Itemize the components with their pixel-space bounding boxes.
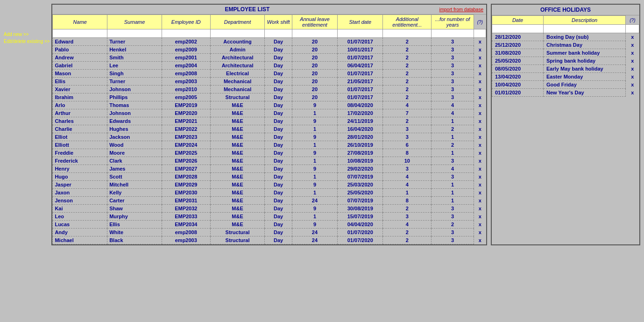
delete-row-button[interactable]: x (477, 86, 483, 92)
delete-holiday-cell: x (626, 57, 639, 65)
delete-row-button[interactable]: x (477, 142, 483, 148)
input-leave[interactable] (294, 31, 335, 36)
holiday-row: 13/04/2020Easter Mondayx (492, 73, 639, 81)
delete-row-button[interactable]: x (477, 166, 483, 172)
delete-row-button[interactable]: x (477, 229, 483, 235)
holiday-input-row (492, 25, 639, 33)
input-name[interactable] (55, 31, 105, 36)
delete-row-button[interactable]: x (477, 237, 483, 243)
delete-row-button[interactable]: x (477, 110, 483, 116)
table-row: XavierJohnsonemp2010MechanicalDay2001/07… (53, 86, 486, 93)
table-row: EllisTurneremp2003MechanicalDay2021/05/2… (53, 78, 486, 86)
delete-row-button[interactable]: x (477, 102, 483, 108)
side-controls: Add new >> Edit/delete existing >> (4, 4, 50, 245)
delete-row-button[interactable]: x (477, 206, 483, 211)
delete-row-button[interactable]: x (477, 94, 483, 100)
delete-row-cell: x (474, 70, 486, 78)
delete-row-button[interactable]: x (477, 63, 483, 68)
office-holidays-container: OFFICE HOLIDAYS Date Description (?) (491, 4, 640, 245)
delete-row-cell: x (474, 197, 486, 205)
delete-holiday-button[interactable]: x (629, 50, 636, 56)
edit-delete-button[interactable]: Edit/delete existing >> (4, 39, 50, 44)
input-additional[interactable] (385, 31, 429, 36)
holiday-row: 31/08/2020Summer bank holidayx (492, 49, 639, 57)
holiday-row: 25/12/2020Christmas Dayx (492, 41, 639, 49)
left-section: Add new >> Edit/delete existing >> EMPLO… (4, 4, 487, 245)
delete-row-cell: x (474, 133, 486, 141)
delete-row-button[interactable]: x (477, 158, 483, 164)
input-holiday-desc[interactable] (546, 26, 623, 32)
col-header-date: Date (492, 16, 544, 25)
input-startdate[interactable] (340, 31, 381, 36)
delete-row-cell: x (474, 221, 486, 229)
table-row: PabloHenkelemp2009AdminDay2010/01/201723… (53, 46, 486, 54)
delete-row-cell: x (474, 236, 486, 244)
col-header-dept: Department (210, 15, 265, 29)
delete-row-cell: x (474, 86, 486, 93)
delete-holiday-cell: x (626, 41, 639, 49)
table-row: GabrielLeeemp2004ArchitecturalDay2006/04… (53, 62, 486, 70)
delete-row-cell: x (474, 109, 486, 117)
col-header-name: Name (53, 15, 107, 29)
delete-row-button[interactable]: x (477, 71, 483, 76)
delete-holiday-button[interactable]: x (629, 42, 636, 48)
delete-row-cell: x (474, 181, 486, 189)
add-new-button[interactable]: Add new >> (4, 32, 50, 37)
input-holiday-date[interactable] (495, 26, 540, 32)
import-link[interactable]: import from database (439, 7, 484, 12)
delete-row-button[interactable]: x (477, 118, 483, 124)
delete-row-cell: x (474, 117, 486, 125)
delete-row-cell: x (474, 141, 486, 149)
input-years[interactable] (433, 31, 472, 36)
delete-row-cell: x (474, 54, 486, 62)
input-dept[interactable] (212, 31, 263, 36)
table-row: MichaelBlackemp2003StructuralDay2401/07/… (53, 236, 486, 244)
delete-holiday-button[interactable]: x (629, 66, 636, 72)
table-row: CharlesEdwardsEMP2021M&EDay924/11/201921… (53, 117, 486, 125)
delete-row-button[interactable]: x (477, 174, 483, 179)
delete-row-button[interactable]: x (477, 150, 483, 156)
page-container: Add new >> Edit/delete existing >> EMPLO… (0, 0, 644, 249)
delete-row-button[interactable]: x (477, 134, 483, 140)
delete-row-cell: x (474, 165, 486, 173)
col-header-leave: Annual leave entitlement (292, 15, 337, 29)
delete-holiday-button[interactable]: x (629, 90, 636, 95)
delete-row-button[interactable]: x (477, 39, 483, 44)
delete-row-button[interactable]: x (477, 55, 483, 60)
holiday-row: 01/01/2020New Year's Dayx (492, 89, 639, 97)
table-row: CharlieHughesEMP2022M&EDay116/04/202032x (53, 125, 486, 133)
input-empid[interactable] (164, 31, 208, 36)
delete-holiday-cell: x (626, 89, 639, 97)
employee-table-container: EMPLOYEE LIST import from database Name … (51, 4, 487, 245)
holidays-table: Date Description (?) 28/12/2020Boxing Da… (492, 15, 639, 97)
table-row: ArloThomasEMP2019M&EDay908/04/202044x (53, 101, 486, 109)
delete-row-button[interactable]: x (477, 214, 483, 219)
table-row: ElliotJacksonEMP2023M&EDay928/01/202031x (53, 133, 486, 141)
col-header-shift: Work shift (265, 15, 292, 29)
delete-row-button[interactable]: x (477, 190, 483, 195)
holidays-title: OFFICE HOLIDAYS (492, 5, 639, 15)
employee-input-row (53, 29, 486, 38)
table-row: KaiShawEMP2032M&EDay930/08/201923x (53, 205, 486, 213)
delete-holiday-button[interactable]: x (629, 58, 636, 64)
table-row: JaxonKellyEMP2030M&EDay125/05/202011x (53, 189, 486, 197)
delete-row-cell: x (474, 173, 486, 181)
input-surname[interactable] (109, 31, 160, 36)
delete-row-button[interactable]: x (477, 47, 483, 52)
delete-row-button[interactable]: x (477, 79, 483, 84)
delete-holiday-button[interactable]: x (629, 82, 636, 87)
delete-holiday-button[interactable]: x (629, 34, 636, 40)
delete-holiday-button[interactable]: x (629, 74, 636, 79)
col-header-surname: Surname (107, 15, 162, 29)
delete-row-button[interactable]: x (477, 222, 483, 227)
table-row: JensonCarterEMP2031M&EDay2407/07/201981x (53, 197, 486, 205)
question-mark-icon[interactable]: (?) (476, 20, 484, 25)
input-shift[interactable] (267, 31, 290, 36)
delete-row-button[interactable]: x (477, 198, 483, 203)
delete-row-cell: x (474, 62, 486, 70)
holidays-question-mark-icon[interactable]: (?) (629, 18, 636, 23)
table-row: HenryJamesEMP2027M&EDay929/02/202034x (53, 165, 486, 173)
table-row: FrederickClarkEMP2026M&EDay110/08/201910… (53, 157, 486, 165)
delete-row-button[interactable]: x (477, 126, 483, 132)
delete-row-button[interactable]: x (477, 182, 483, 187)
